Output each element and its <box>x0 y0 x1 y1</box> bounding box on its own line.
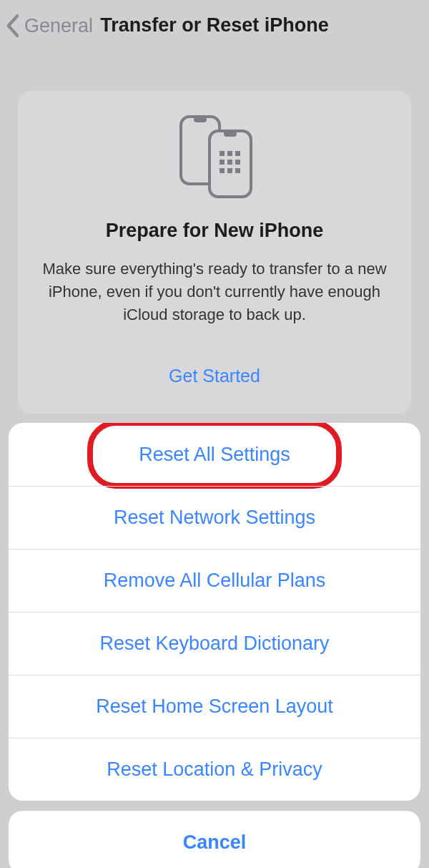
svg-rect-5 <box>227 151 232 156</box>
nav-bar: General Transfer or Reset iPhone <box>0 0 429 52</box>
cancel-label: Cancel <box>183 832 247 854</box>
reset-location-privacy-option[interactable]: Reset Location & Privacy <box>9 738 420 801</box>
svg-rect-12 <box>235 168 240 173</box>
cancel-group: Cancel <box>9 811 420 868</box>
svg-rect-11 <box>227 168 232 173</box>
reset-home-screen-layout-option[interactable]: Reset Home Screen Layout <box>9 675 420 738</box>
svg-rect-4 <box>220 151 225 156</box>
option-label: Reset Keyboard Dictionary <box>99 633 329 655</box>
option-label: Reset Home Screen Layout <box>96 696 333 718</box>
reset-options-group: Reset All Settings Reset Network Setting… <box>9 423 420 801</box>
card-heading: Prepare for New iPhone <box>39 220 390 242</box>
svg-rect-9 <box>235 160 240 165</box>
svg-rect-3 <box>224 131 237 137</box>
chevron-left-icon <box>6 14 20 38</box>
svg-rect-7 <box>220 160 225 165</box>
reset-keyboard-dictionary-option[interactable]: Reset Keyboard Dictionary <box>9 612 420 675</box>
svg-rect-6 <box>235 151 240 156</box>
card-body: Make sure everything's ready to transfer… <box>39 258 390 326</box>
get-started-button[interactable]: Get Started <box>39 366 390 386</box>
two-phones-icon <box>39 112 390 198</box>
option-label: Remove All Cellular Plans <box>104 570 326 592</box>
back-button[interactable]: General <box>6 14 93 38</box>
reset-all-settings-option[interactable]: Reset All Settings <box>9 423 420 486</box>
svg-rect-1 <box>194 117 207 122</box>
option-label: Reset Location & Privacy <box>107 759 322 781</box>
prepare-card: Prepare for New iPhone Make sure everyth… <box>18 91 411 414</box>
svg-rect-8 <box>227 160 232 165</box>
cancel-button[interactable]: Cancel <box>9 811 420 868</box>
option-label: Reset All Settings <box>139 444 290 466</box>
svg-rect-10 <box>220 168 225 173</box>
remove-cellular-plans-option[interactable]: Remove All Cellular Plans <box>9 549 420 612</box>
reset-network-settings-option[interactable]: Reset Network Settings <box>9 486 420 549</box>
back-label: General <box>24 15 93 37</box>
option-label: Reset Network Settings <box>114 507 315 529</box>
reset-action-sheet: Reset All Settings Reset Network Setting… <box>9 423 420 868</box>
